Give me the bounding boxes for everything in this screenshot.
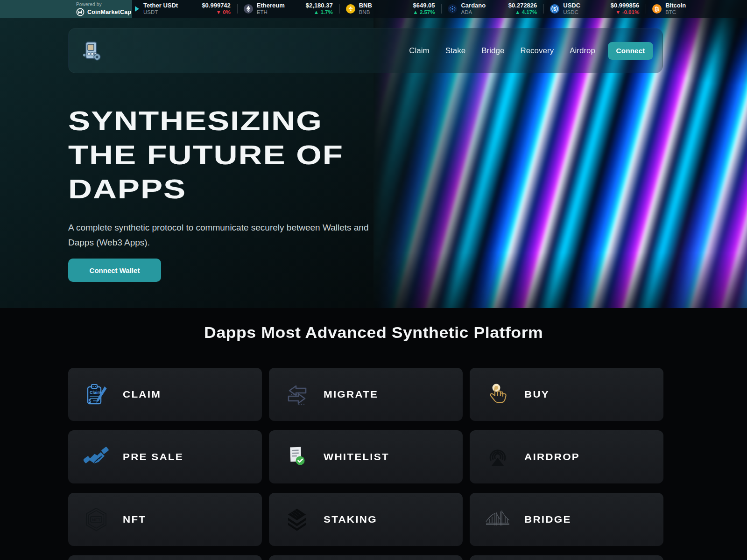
coin-name: Tether USDt (143, 2, 178, 9)
coin-change: ▲ 1.7% (306, 9, 333, 15)
svg-text:₿: ₿ (655, 6, 659, 13)
nav-link-stake[interactable]: Stake (445, 46, 465, 56)
card-buy[interactable]: BUY (470, 368, 663, 421)
coin-symbol: USDC (563, 9, 580, 15)
crypto-ticker-bar: Tether USDt USDT $0.999742 ▼ 0% Ethereum… (0, 0, 747, 18)
card-claim[interactable]: Claim $ CLAIM (68, 368, 262, 421)
connect-button[interactable]: Connect (608, 42, 653, 60)
coin-symbol: BTC (665, 9, 686, 15)
card-partial-2[interactable] (269, 555, 463, 560)
card-label: CLAIM (123, 389, 161, 400)
card-nft[interactable]: NFT NFT (68, 493, 262, 546)
svg-text:NFT: NFT (92, 517, 101, 522)
nav-links: Claim Stake Bridge Recovery Airdrop (409, 46, 595, 56)
bnb-icon (346, 4, 355, 14)
card-label: MIGRATE (324, 389, 378, 400)
presale-handshake-icon (84, 444, 109, 469)
nav-link-claim[interactable]: Claim (409, 46, 429, 56)
powered-by-block: Powered by CoinMarketCap (0, 0, 132, 18)
ticker-item-tether[interactable]: Tether USDt USDT $0.999742 ▼ 0% (134, 0, 236, 18)
coin-name: Bitcoin (665, 2, 686, 9)
usdc-icon: $ (550, 4, 559, 14)
card-label: BUY (524, 389, 550, 400)
card-bridge[interactable]: BRIDGE (470, 493, 663, 546)
card-presale[interactable]: PRE SALE (68, 430, 262, 483)
staking-layers-icon (284, 507, 310, 532)
ticker-item-ethereum[interactable]: Ethereum ETH $2,180.37 ▲ 1.7% (236, 0, 338, 18)
ticker-item-bnb[interactable]: BNB BNB $649.05 ▲ 2.57% (338, 0, 441, 18)
ticker-items: Tether USDt USDT $0.999742 ▼ 0% Ethereum… (134, 0, 747, 18)
claim-clipboard-icon: Claim $ (84, 382, 109, 407)
coin-price: $0.999742 (202, 2, 230, 9)
nav-link-bridge[interactable]: Bridge (481, 46, 504, 56)
page: Tether USDt USDT $0.999742 ▼ 0% Ethereum… (0, 0, 747, 560)
coin-symbol: ADA (461, 9, 486, 15)
coin-symbol: ETH (257, 9, 285, 15)
nav-bar: Claim Stake Bridge Recovery Airdrop Conn… (68, 28, 663, 73)
ethereum-icon (244, 4, 253, 14)
bitcoin-icon: ₿ (652, 4, 662, 14)
card-staking[interactable]: STAKING (269, 493, 463, 546)
coin-change: ▼ -0.01% (611, 9, 639, 15)
ticker-item-usdc[interactable]: $ USDC USDC $0.999856 ▼ -0.01% (543, 0, 645, 18)
coin-name: Ethereum (257, 2, 285, 9)
coin-change: ▼ 0% (202, 9, 230, 15)
card-partial-1[interactable] (68, 555, 262, 560)
coin-name: Cardano (461, 2, 486, 9)
card-partial-3[interactable] (470, 555, 663, 560)
nft-hexagon-icon: NFT (84, 507, 109, 532)
coin-price: $2,180.37 (306, 2, 333, 9)
powered-by-label: Powered by (76, 2, 132, 7)
coinmarketcap-label[interactable]: CoinMarketCap (87, 9, 131, 15)
whitelist-document-check-icon (284, 444, 310, 469)
hero-subtitle: A complete synthetic protocol to communi… (68, 220, 390, 250)
coin-symbol: BNB (359, 9, 372, 15)
svg-text:$: $ (553, 6, 556, 12)
card-label: NFT (123, 514, 146, 525)
nav-link-recovery[interactable]: Recovery (520, 46, 554, 56)
bridge-icon (485, 507, 510, 532)
card-label: STAKING (324, 514, 377, 525)
card-label: AIRDROP (524, 452, 580, 462)
buy-click-hand-icon (485, 382, 510, 407)
coin-price: $0.999856 (611, 2, 639, 9)
app-logo-icon[interactable] (81, 40, 103, 62)
feature-grid: Claim $ CLAIM MIGRATE (68, 368, 663, 560)
card-whitelist[interactable]: WHITELIST (269, 430, 463, 483)
coin-change: ▲ 2.57% (413, 9, 435, 15)
card-airdrop[interactable]: AIRDROP (470, 430, 663, 483)
svg-text:$: $ (89, 399, 92, 404)
ticker-item-cardano[interactable]: Cardano ADA $0.272826 ▲ 4.17% (440, 0, 543, 18)
nav-link-airdrop[interactable]: Airdrop (570, 46, 595, 56)
coin-price: $649.05 (413, 2, 435, 9)
ticker-marker-icon (135, 6, 139, 12)
coin-name: USDC (563, 2, 580, 9)
coin-symbol: USDT (143, 9, 178, 15)
coin-price: $0.272826 (508, 2, 537, 9)
airdrop-broadcast-icon (485, 444, 510, 469)
card-migrate[interactable]: MIGRATE (269, 368, 463, 421)
platform-section: Dapps Most Advanced Synthetic Platform C… (0, 308, 747, 560)
svg-text:Claim: Claim (90, 390, 101, 395)
platform-title: Dapps Most Advanced Synthetic Platform (0, 324, 747, 342)
migrate-arrows-icon (284, 382, 310, 407)
cardano-icon (448, 4, 457, 14)
ticker-item-bitcoin[interactable]: ₿ Bitcoin BTC (645, 0, 747, 18)
hero-title: SYNTHESIZING THE FUTURE OF DAPPS (68, 104, 294, 206)
card-label: BRIDGE (524, 514, 571, 525)
coin-name: BNB (359, 2, 372, 9)
card-label: WHITELIST (324, 452, 389, 462)
card-label: PRE SALE (123, 452, 183, 462)
coinmarketcap-icon (76, 8, 85, 16)
coin-change: ▲ 4.17% (508, 9, 537, 15)
connect-wallet-button[interactable]: Connect Wallet (68, 259, 161, 282)
